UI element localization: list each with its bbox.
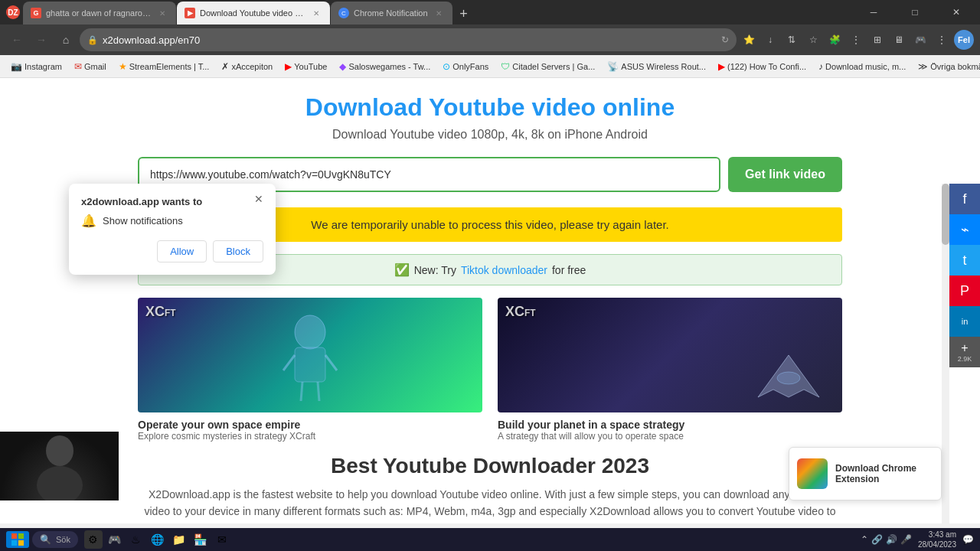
bookmark-xacception-label: xAccepiton bbox=[231, 62, 273, 71]
taskbar-browser[interactable]: 🌐 bbox=[149, 530, 167, 549]
scrollbar[interactable] bbox=[942, 184, 949, 523]
game-image-left: XCFT bbox=[138, 298, 482, 412]
linkedin-icon: in bbox=[962, 317, 969, 326]
bookmark-instagram[interactable]: 📷 Instagram bbox=[6, 60, 67, 73]
block-button[interactable]: Block bbox=[213, 240, 263, 262]
minimize-button[interactable]: ─ bbox=[856, 0, 891, 24]
bookmark-citadel[interactable]: 🛡 Citadel Servers | Ga... bbox=[496, 60, 599, 73]
svg-line-3 bbox=[325, 355, 337, 370]
downloads-icon[interactable]: ↓ bbox=[761, 31, 779, 49]
bookmark-saloswegames-label: Saloswegames - Tw... bbox=[348, 62, 430, 71]
puzzle-icon[interactable]: 🧩 bbox=[825, 31, 844, 49]
taskbar-clock[interactable]: 3:43 am 28/04/2023 bbox=[918, 530, 956, 549]
notification-label: Show notifications bbox=[103, 215, 183, 227]
game-card-left[interactable]: XCFT Operate your own space empire Explo bbox=[138, 298, 482, 442]
taskbar-xbox[interactable]: 🎮 bbox=[106, 530, 124, 549]
tab-dayz-close[interactable]: ✕ bbox=[156, 7, 168, 19]
forward-button[interactable]: → bbox=[31, 29, 52, 51]
network-icon[interactable]: 🔗 bbox=[871, 534, 883, 545]
home-button[interactable]: ⌂ bbox=[55, 29, 77, 51]
xbox-icon: 🎮 bbox=[108, 533, 121, 546]
bookmark-streamelements[interactable]: ★ StreamElements | T... bbox=[114, 60, 214, 73]
profile-button[interactable]: Fel bbox=[954, 30, 974, 50]
extensions-button[interactable]: ⭐ bbox=[740, 31, 758, 49]
youtube-icon: ▶ bbox=[285, 61, 292, 72]
scrollbar-thumb[interactable] bbox=[942, 184, 949, 245]
bookmark-onlyfans[interactable]: ⊙ OnlyFans bbox=[438, 60, 493, 73]
svg-rect-10 bbox=[11, 533, 17, 539]
bookmark-saloswegames[interactable]: ◆ Saloswegames - Tw... bbox=[335, 60, 435, 73]
close-button[interactable]: ✕ bbox=[939, 0, 974, 24]
game-title-left: Operate your own space empire bbox=[138, 419, 482, 431]
address-text: x2download.app/en70 bbox=[103, 34, 717, 46]
tab-chrome-notif[interactable]: C Chrome Notification ✕ bbox=[331, 2, 452, 24]
monitor-icon[interactable]: 🖥 bbox=[890, 31, 908, 49]
sync-icon[interactable]: ⇅ bbox=[782, 31, 801, 49]
taskbar-store[interactable]: 🏪 bbox=[191, 530, 210, 549]
facebook-share-button[interactable]: f bbox=[949, 184, 980, 214]
notification-close-button[interactable]: ✕ bbox=[251, 191, 266, 207]
settings-icon[interactable]: ⋮ bbox=[847, 31, 865, 49]
bookmark-122[interactable]: ▶ (122) How To Confi... bbox=[714, 60, 811, 73]
tab-x2download-close[interactable]: ✕ bbox=[310, 7, 322, 19]
more-share-button[interactable]: + 2.9K bbox=[949, 337, 980, 367]
chevron-up-icon[interactable]: ⌃ bbox=[861, 534, 868, 545]
taskbar-steam[interactable]: ♨ bbox=[127, 530, 145, 549]
notification-bell-icon[interactable]: 💬 bbox=[962, 534, 974, 545]
svg-rect-12 bbox=[11, 540, 17, 546]
back-button[interactable]: ← bbox=[6, 29, 28, 51]
title-bar: DZ G ghatta or dawn of ragnarok - S... ✕… bbox=[0, 0, 980, 24]
star-icon[interactable]: ☆ bbox=[804, 31, 822, 49]
windows-logo bbox=[11, 533, 24, 546]
start-button[interactable] bbox=[6, 531, 29, 548]
bookmark-other-label: Övriga bokmärken bbox=[930, 62, 980, 71]
bookmark-asus-label: ASUS Wireless Rout... bbox=[621, 62, 706, 71]
tab-x2download[interactable]: ▶ Download Youtube video | Yout... ✕ bbox=[177, 2, 330, 24]
chrome-extension-label: Download Chrome Extension bbox=[835, 463, 933, 484]
tiktok-link[interactable]: Tiktok downloader bbox=[461, 264, 547, 276]
grid-icon[interactable]: ⊞ bbox=[868, 31, 887, 49]
chrome-extension-popup[interactable]: Download Chrome Extension bbox=[789, 447, 942, 500]
get-link-button[interactable]: Get link video bbox=[728, 157, 842, 192]
refresh-icon[interactable]: ↻ bbox=[721, 34, 729, 45]
linkedin-share-button[interactable]: in bbox=[949, 306, 980, 337]
bookmark-gmail[interactable]: ✉ Gmail bbox=[70, 60, 111, 73]
bookmark-dlmusic[interactable]: ♪ Download music, m... bbox=[814, 60, 910, 73]
taskbar-chrome[interactable]: ⚙ bbox=[84, 530, 103, 549]
messenger-share-button[interactable]: ⌁ bbox=[949, 214, 980, 245]
taskbar-search[interactable]: 🔍 Sök bbox=[32, 531, 78, 548]
game-ads: XCFT Operate your own space empire Explo bbox=[0, 298, 980, 442]
twitter-icon: t bbox=[962, 253, 966, 269]
search-icon: 🔍 bbox=[40, 534, 51, 545]
notification-title: x2download.app wants to bbox=[81, 196, 263, 207]
toolbar-extensions: ⭐ ↓ ⇅ ☆ 🧩 ⋮ ⊞ 🖥 🎮 ⋮ Fel bbox=[740, 30, 974, 50]
microphone-icon[interactable]: 🎤 bbox=[900, 534, 912, 545]
taskbar-mail[interactable]: ✉ bbox=[213, 530, 231, 549]
svg-rect-11 bbox=[18, 533, 24, 539]
gamepad-icon[interactable]: 🎮 bbox=[911, 31, 929, 49]
address-bar[interactable]: 🔒 x2download.app/en70 ↻ bbox=[80, 28, 737, 51]
bookmark-onlyfans-label: OnlyFans bbox=[452, 62, 488, 71]
tab-chrome-notif-close[interactable]: ✕ bbox=[433, 7, 445, 19]
new-tab-button[interactable]: + bbox=[453, 3, 475, 24]
volume-icon[interactable]: 🔊 bbox=[886, 534, 897, 545]
svg-rect-13 bbox=[18, 540, 24, 546]
toolbar: ← → ⌂ 🔒 x2download.app/en70 ↻ ⭐ ↓ ⇅ ☆ 🧩 … bbox=[0, 24, 980, 55]
other-icon: ≫ bbox=[918, 61, 928, 72]
twitter-share-button[interactable]: t bbox=[949, 245, 980, 276]
svg-rect-1 bbox=[295, 347, 325, 382]
bookmark-youtube[interactable]: ▶ YouTube bbox=[280, 60, 332, 73]
menu-icon[interactable]: ⋮ bbox=[933, 31, 951, 49]
game-card-right[interactable]: XCFT Build your planet in a space strate… bbox=[498, 298, 842, 442]
bookmark-other[interactable]: ≫ Övriga bokmärken bbox=[913, 60, 980, 73]
allow-button[interactable]: Allow bbox=[157, 240, 207, 262]
store-icon: 🏪 bbox=[194, 533, 207, 546]
taskbar-files[interactable]: 📁 bbox=[170, 530, 188, 549]
bookmark-xacception[interactable]: ✗ xAccepiton bbox=[217, 60, 277, 73]
tab-dayz[interactable]: G ghatta or dawn of ragnarok - S... ✕ bbox=[23, 2, 176, 24]
social-sidebar: f ⌁ t P in + 2.9K bbox=[949, 184, 980, 367]
svg-point-7 bbox=[777, 372, 800, 384]
maximize-button[interactable]: □ bbox=[897, 0, 933, 24]
bookmark-asus[interactable]: 📡 ASUS Wireless Rout... bbox=[603, 60, 710, 73]
pinterest-share-button[interactable]: P bbox=[949, 276, 980, 306]
